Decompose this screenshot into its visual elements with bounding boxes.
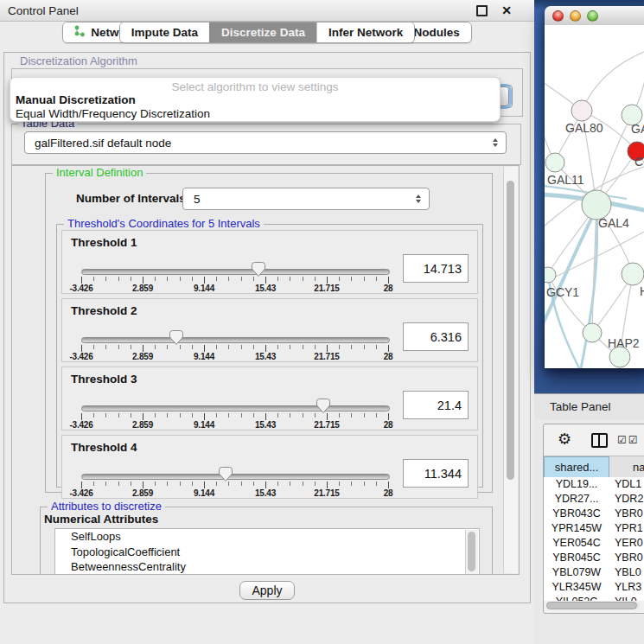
bottom-tab-impute-data[interactable]: Impute Data [120, 22, 209, 42]
tick-mark [277, 345, 278, 349]
slider-thumb[interactable] [316, 399, 330, 413]
table-row[interactable]: YPR145WYPR1 [544, 521, 644, 536]
table-row[interactable]: YER054CYER0 [544, 536, 644, 551]
tick-mark [105, 481, 106, 486]
slider-thumb[interactable] [219, 467, 233, 481]
attributes-scrollbar[interactable] [465, 530, 478, 575]
number-of-intervals-combo[interactable]: 5 [182, 188, 430, 210]
tick-mark [351, 345, 352, 349]
gear-icon[interactable]: ⚙ [558, 430, 571, 448]
slider-track[interactable] [81, 474, 390, 480]
algorithm-option[interactable]: Manual Discretization [13, 93, 497, 107]
column-header[interactable]: shared... [544, 456, 609, 478]
tick-mark [216, 277, 217, 281]
tick-mark [192, 413, 193, 418]
apply-button[interactable]: Apply [239, 581, 295, 600]
threshold-value-field[interactable]: 11.344 [403, 459, 469, 488]
slider-track[interactable] [81, 337, 390, 343]
close-traffic-light-icon[interactable] [552, 10, 564, 22]
table-row[interactable]: YDL19...YDL1 [544, 477, 644, 492]
tick-label: 2.859 [124, 420, 162, 430]
network-node[interactable] [609, 347, 630, 367]
network-canvas[interactable]: GAL80GACGAL11GAL4GCY1HHAP2 [545, 25, 644, 368]
network-node[interactable] [571, 100, 592, 121]
tick-mark [315, 481, 316, 486]
network-node[interactable] [545, 267, 556, 283]
float-window-icon[interactable] [476, 5, 488, 16]
table-horizontal-scrollbar[interactable] [546, 602, 640, 609]
numerical-attributes-label: Numerical Attributes [44, 513, 158, 526]
node-label: C [634, 155, 643, 169]
tick-mark [93, 277, 94, 281]
threshold-label: Threshold 3 [71, 373, 137, 386]
tick-label: 28 [369, 420, 407, 430]
network-node[interactable] [582, 190, 611, 220]
tick-mark [155, 481, 156, 486]
bottom-tab-bar: Impute DataDiscretize DataInfer Network [0, 22, 534, 43]
table-header-row: shared...na [544, 456, 644, 478]
network-node[interactable] [545, 153, 564, 172]
table-row[interactable]: YBL079WYBL0 [544, 565, 644, 580]
algorithm-option[interactable]: Equal Width/Frequency Discretization [13, 107, 497, 121]
slider-track[interactable] [81, 269, 390, 275]
network-node[interactable] [622, 263, 644, 285]
tick-mark [167, 345, 168, 349]
bottom-tab-infer-network[interactable]: Infer Network [316, 22, 414, 42]
zoom-traffic-light-icon[interactable] [587, 10, 598, 22]
checkbox-icons[interactable]: ☑☑ [617, 434, 640, 446]
tick-mark [192, 277, 193, 281]
tick-mark [118, 277, 119, 281]
control-panel: Control Panel ✕ NetworkStyleSelectCyni T… [0, 0, 534, 644]
threshold-value-field[interactable]: 21.4 [403, 391, 469, 419]
attribute-item[interactable]: TopologicalCoefficient [55, 545, 479, 560]
close-icon[interactable]: ✕ [501, 3, 512, 17]
settings-vertical-scrollbar[interactable] [503, 167, 518, 573]
tick-mark [265, 345, 266, 352]
table-data-group: galFiltered.sif default node [11, 124, 521, 165]
tick-mark [376, 345, 377, 349]
tick-mark [339, 345, 340, 349]
tick-mark [216, 413, 217, 418]
table-cell: YBL079W [544, 565, 609, 580]
thresholds-group-title: Threshold's Coordinates for 5 Intervals [64, 217, 264, 230]
threshold-value-field[interactable]: 14.713 [403, 254, 469, 283]
tick-label: 28 [369, 284, 407, 293]
column-header[interactable]: na [609, 456, 644, 478]
table-row[interactable]: YLR345WYLR3 [544, 580, 644, 595]
numerical-attributes-list[interactable]: SelfLoopsTopologicalCoefficientBetweenne… [54, 528, 480, 575]
bottom-tab-label: Discretize Data [221, 26, 305, 39]
bottom-tab-discretize-data[interactable]: Discretize Data [209, 22, 316, 42]
split-view-icon[interactable] [591, 433, 608, 448]
table-row[interactable]: YDR27...YDR2 [544, 492, 644, 507]
attribute-item[interactable]: SelfLoops [55, 529, 479, 545]
tick-mark [376, 481, 377, 486]
tick-mark [265, 277, 266, 284]
node-label: GA [631, 122, 644, 136]
tick-mark [155, 345, 156, 349]
thresholds-group: Threshold's Coordinates for 5 Intervals … [56, 224, 483, 488]
table-panel: Table Panel ⚙ ☑☑ shared...na YDL19...YDL… [534, 393, 644, 644]
interval-definition-title: Interval Definition [53, 166, 146, 179]
slider-thumb[interactable] [252, 262, 265, 277]
number-of-intervals-value: 5 [194, 193, 201, 206]
table-row[interactable]: YBR043CYBR0 [544, 507, 644, 521]
attribute-item[interactable]: BetweennessCentrality [55, 559, 479, 575]
tick-mark [204, 481, 205, 488]
table-data-combo[interactable]: galFiltered.sif default node [24, 131, 507, 154]
table-row[interactable]: YBR045CYBR0 [544, 551, 644, 565]
right-column: GAL80GACGAL11GAL4GCY1HHAP2 Table Panel ⚙… [534, 0, 644, 644]
tick-label: 15.43 [246, 488, 284, 498]
minimize-traffic-light-icon[interactable] [570, 10, 581, 22]
slider-thumb[interactable] [169, 330, 183, 345]
threshold-value-field[interactable]: 6.316 [403, 322, 469, 351]
tick-mark [192, 345, 193, 349]
network-node[interactable] [583, 323, 602, 342]
slider-track[interactable] [81, 405, 390, 411]
table-row[interactable]: YIL052CYIL0 [544, 595, 644, 601]
tick-mark [105, 345, 106, 349]
number-of-intervals-label: Number of Intervals [76, 192, 186, 205]
tick-mark [81, 277, 82, 284]
tick-mark [351, 277, 352, 281]
table-panel-header: Table Panel [534, 393, 644, 419]
tick-mark [143, 413, 143, 420]
